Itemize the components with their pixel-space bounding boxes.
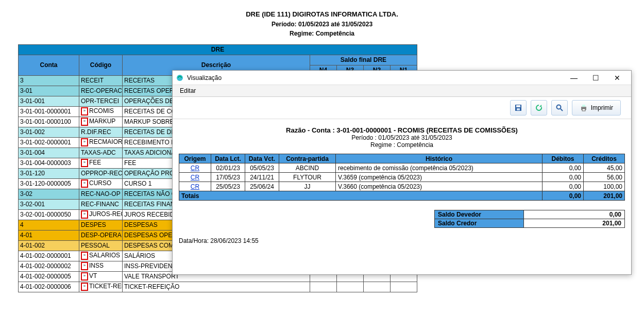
report-regime: Regime: Competência xyxy=(0,29,644,38)
cell-codigo: DESPES xyxy=(79,220,123,230)
cell-codigo: TAXAS-ADC xyxy=(79,147,123,158)
rz-hdr-datalct: Data Lct. xyxy=(211,154,245,163)
razao-cell: 56,00 xyxy=(584,173,625,182)
origem-link[interactable]: CR xyxy=(191,174,199,181)
cell-conta: 4 xyxy=(19,220,79,230)
razao-regime: Regime : Competência xyxy=(179,141,625,149)
hdr-conta: Conta xyxy=(19,55,79,75)
cell-conta: 4-01-002-0000005 xyxy=(19,271,79,282)
dre-row[interactable]: 4-01-002-0000006»TICKET-REFTICKET-REFEIÇ… xyxy=(19,282,417,292)
cell-codigo: »INSS xyxy=(79,261,123,271)
razao-cell: FLYTOUR xyxy=(279,173,336,182)
razao-table: Origem Data Lct. Data Vct. Contra-partid… xyxy=(179,154,625,201)
close-button[interactable]: ✕ xyxy=(606,72,628,84)
zoom-icon[interactable] xyxy=(551,100,568,116)
cell-codigo: R.DIF.REC xyxy=(79,127,123,137)
cell-conta: 3-01-120-0000005 xyxy=(19,178,79,189)
origem-link[interactable]: CR xyxy=(191,183,199,190)
cell-conta: 3-01 xyxy=(19,86,79,96)
cell-conta: 3-02 xyxy=(19,189,79,199)
report-title: DRE (IDE 111) DIGIROTAS INFORMATICA LTDA… xyxy=(0,9,644,20)
cell-codigo: »SALARIOS xyxy=(79,251,123,261)
origem-link[interactable]: CR xyxy=(191,164,199,172)
razao-cell: 100,00 xyxy=(584,182,625,191)
cell-codigo: »JUROS-REC xyxy=(79,209,123,220)
rz-totais-deb: 0,00 xyxy=(543,191,584,201)
link-marker-icon[interactable]: » xyxy=(81,283,88,291)
rz-hdr-contra: Contra-partida xyxy=(279,154,336,163)
link-marker-icon[interactable]: » xyxy=(81,159,88,167)
print-button[interactable]: Imprimir xyxy=(572,100,621,116)
link-marker-icon[interactable]: » xyxy=(81,118,88,126)
saldo-cred-value: 201,00 xyxy=(524,219,625,228)
svg-rect-8 xyxy=(582,109,585,111)
link-marker-icon[interactable]: » xyxy=(81,107,88,116)
razao-header: Razão - Conta : 3-01-001-0000001 - RCOMI… xyxy=(179,126,625,149)
cell-codigo: »FEE xyxy=(79,158,123,168)
link-marker-icon[interactable]: » xyxy=(81,252,88,260)
save-icon[interactable] xyxy=(510,100,527,116)
razao-cell: 0,00 xyxy=(543,173,584,182)
minimize-button[interactable]: — xyxy=(563,72,585,84)
razao-datetime: Data/Hora: 28/06/2023 14:55 xyxy=(179,237,625,244)
razao-cell: JJ xyxy=(279,182,336,191)
report-period: Período: 01/05/2023 até 31/05/2023 xyxy=(0,20,644,29)
cell-conta: 4-01 xyxy=(19,230,79,240)
app-icon xyxy=(176,74,184,82)
menu-editar[interactable]: Editar xyxy=(177,86,199,95)
cell-conta: 3-01-120 xyxy=(19,168,79,178)
refresh-icon[interactable] xyxy=(531,100,547,116)
popup-title: Visualização xyxy=(187,74,563,81)
saldo-dev-value: 0,00 xyxy=(524,210,625,219)
razao-cell: 0,00 xyxy=(543,182,584,191)
popup-titlebar[interactable]: Visualização — ☐ ✕ xyxy=(173,71,631,85)
cell-desc: TICKET-REFEIÇÃO xyxy=(123,282,310,292)
cell-codigo: RECEIT xyxy=(79,75,123,86)
cell-n xyxy=(310,282,336,292)
cell-codigo: »RECMAIOR xyxy=(79,137,123,147)
razao-period: Período : 01/05/2023 até 31/05/2023 xyxy=(179,134,625,141)
link-marker-icon[interactable]: » xyxy=(81,179,88,188)
svg-rect-2 xyxy=(516,105,520,107)
cell-n xyxy=(363,282,390,292)
print-label: Imprimir xyxy=(591,104,613,111)
razao-cell: V.3660 (competência 05/2023) xyxy=(336,182,543,191)
link-marker-icon[interactable]: » xyxy=(81,262,88,270)
cell-conta: 3-01-001-0000001 xyxy=(19,106,79,117)
razao-cell: 25/05/23 xyxy=(211,182,245,191)
cell-conta: 4-01-002-0000006 xyxy=(19,282,79,292)
cell-codigo: REC-NAO-OP xyxy=(79,189,123,199)
cell-codigo: »CURSO xyxy=(79,178,123,189)
cell-n xyxy=(336,282,363,292)
dre-title: DRE xyxy=(19,44,417,55)
svg-rect-7 xyxy=(582,105,585,107)
razao-title: Razão - Conta : 3-01-001-0000001 - RCOMI… xyxy=(179,126,625,134)
cell-codigo: »RCOMIS xyxy=(79,106,123,117)
cell-codigo: OPR-TERCEI xyxy=(79,96,123,106)
svg-line-5 xyxy=(561,109,563,111)
razao-cell: 24/11/21 xyxy=(245,173,279,182)
cell-conta: 3-01-002 xyxy=(19,127,79,137)
popup-window: Visualização — ☐ ✕ Editar Imprimir Razão… xyxy=(172,70,632,275)
hdr-codigo: Código xyxy=(79,55,123,75)
link-marker-icon[interactable]: » xyxy=(81,210,88,219)
razao-cell: 17/05/23 xyxy=(211,173,245,182)
cell-conta: 3-01-001 xyxy=(19,96,79,106)
cell-conta: 4-01-002-0000002 xyxy=(19,261,79,271)
razao-row: CR25/05/2325/06/24JJV.3660 (competência … xyxy=(179,182,625,191)
saldo-cred-label: Saldo Credor xyxy=(435,219,524,228)
rz-hdr-debitos: Débitos xyxy=(543,154,584,163)
svg-point-4 xyxy=(556,105,561,109)
cell-conta: 4-01-002 xyxy=(19,240,79,251)
maximize-button[interactable]: ☐ xyxy=(585,72,606,84)
cell-codigo: »TICKET-REF xyxy=(79,282,123,292)
cell-codigo: »VT xyxy=(79,271,123,282)
link-marker-icon[interactable]: » xyxy=(81,138,88,146)
razao-cell: 05/05/23 xyxy=(245,163,279,173)
razao-cell: V.3659 (competência 05/2023) xyxy=(336,173,543,182)
link-marker-icon[interactable]: » xyxy=(81,272,88,281)
cell-conta: 3-01-004 xyxy=(19,147,79,158)
rz-totais-cred: 201,00 xyxy=(584,191,625,201)
cell-n xyxy=(390,282,417,292)
cell-conta: 3-02-001-0000050 xyxy=(19,209,79,220)
